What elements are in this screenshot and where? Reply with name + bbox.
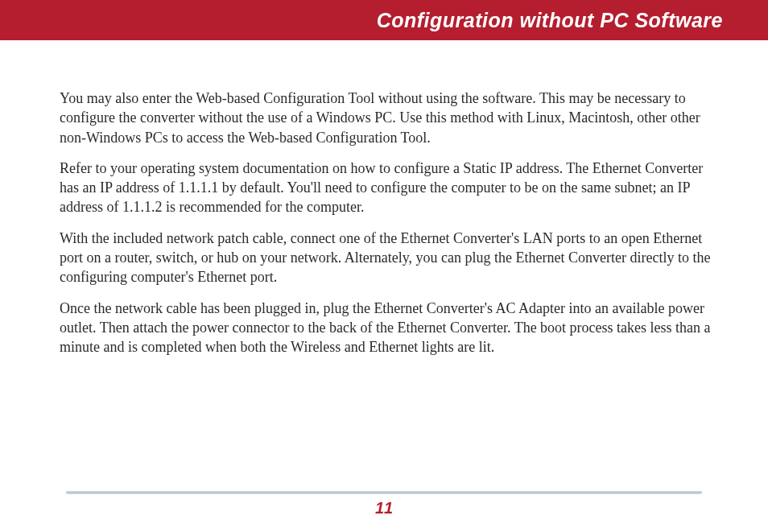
footer: 11 [0, 491, 768, 518]
page-title: Configuration without PC Software [377, 9, 723, 32]
body-paragraph: You may also enter the Web-based Configu… [60, 89, 712, 147]
body-paragraph: With the included network patch cable, c… [60, 229, 712, 287]
body-paragraph: Refer to your operating system documenta… [60, 159, 712, 217]
footer-divider [66, 491, 702, 494]
body-paragraph: Once the network cable has been plugged … [60, 299, 712, 357]
page-number: 11 [375, 499, 393, 518]
header-bar: Configuration without PC Software [0, 0, 768, 40]
content-area: You may also enter the Web-based Configu… [0, 40, 768, 357]
